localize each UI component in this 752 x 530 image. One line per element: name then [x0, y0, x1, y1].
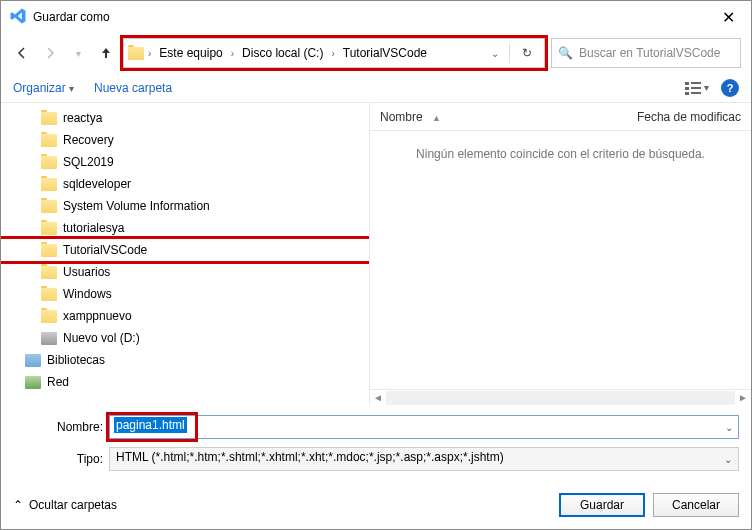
folder-icon: [41, 112, 57, 125]
tree-item-label: Recovery: [63, 133, 114, 147]
vscode-icon: [9, 7, 27, 28]
refresh-button[interactable]: ↻: [514, 46, 540, 60]
folder-tree[interactable]: reactyaRecoverySQL2019sqldeveloperSystem…: [1, 103, 369, 405]
filename-value: pagina1.html: [114, 417, 187, 433]
chevron-up-icon: ⌃: [13, 498, 23, 512]
tree-item[interactable]: Usuarios: [31, 261, 369, 283]
tree-item[interactable]: TutorialVSCode: [1, 239, 369, 261]
tree-item-label: Nuevo vol (D:): [63, 331, 140, 345]
net-icon: [25, 376, 41, 389]
filename-label: Nombre:: [13, 420, 103, 434]
chevron-right-icon: ›: [331, 48, 334, 59]
scroll-left-icon[interactable]: ◄: [370, 392, 386, 403]
tree-item-label: tutorialesya: [63, 221, 124, 235]
save-button[interactable]: Guardar: [559, 493, 645, 517]
tree-item[interactable]: Recovery: [31, 129, 369, 151]
scroll-right-icon[interactable]: ►: [735, 392, 751, 403]
tree-item-label: TutorialVSCode: [63, 243, 147, 257]
nav-row: ▾ › Este equipo › Disco local (C:) › Tut…: [1, 33, 751, 73]
tree-item[interactable]: reactya: [31, 107, 369, 129]
tree-item[interactable]: Windows: [31, 283, 369, 305]
up-button[interactable]: [95, 42, 117, 64]
chevron-right-icon: ›: [148, 48, 151, 59]
folder-icon: [41, 178, 57, 191]
svg-rect-4: [691, 87, 701, 89]
breadcrumb-segment[interactable]: TutorialVSCode: [339, 44, 431, 62]
recent-dropdown[interactable]: ▾: [67, 42, 89, 64]
tree-item[interactable]: xamppnuevo: [31, 305, 369, 327]
chevron-down-icon[interactable]: ⌄: [725, 422, 733, 433]
chevron-down-icon[interactable]: ⌄: [724, 454, 732, 465]
search-input[interactable]: 🔍 Buscar en TutorialVSCode: [551, 38, 741, 68]
view-options-button[interactable]: ▾: [685, 81, 709, 95]
tree-item[interactable]: Bibliotecas: [15, 349, 369, 371]
empty-message: Ningún elemento coincide con el criterio…: [370, 131, 751, 389]
tree-item-label: Bibliotecas: [47, 353, 105, 367]
tree-item-label: Red: [47, 375, 69, 389]
new-folder-button[interactable]: Nueva carpeta: [94, 81, 172, 95]
folder-icon: [41, 244, 57, 257]
filetype-select[interactable]: HTML (*.html;*.htm;*.shtml;*.xhtml;*.xht…: [109, 447, 739, 471]
save-form: Nombre: pagina1.html ⌄ Tipo: HTML (*.htm…: [1, 405, 751, 471]
folder-icon: [41, 266, 57, 279]
separator: [509, 43, 510, 63]
window-title: Guardar como: [33, 10, 714, 24]
search-placeholder: Buscar en TutorialVSCode: [579, 46, 720, 60]
main-area: reactyaRecoverySQL2019sqldeveloperSystem…: [1, 103, 751, 405]
tree-item[interactable]: tutorialesya: [31, 217, 369, 239]
tree-item-label: Usuarios: [63, 265, 110, 279]
cancel-button[interactable]: Cancelar: [653, 493, 739, 517]
column-name[interactable]: Nombre ▲: [380, 110, 637, 124]
svg-rect-5: [691, 92, 701, 94]
column-date[interactable]: Fecha de modificac: [637, 110, 741, 124]
tree-item-label: SQL2019: [63, 155, 114, 169]
tree-item-label: System Volume Information: [63, 199, 210, 213]
tree-item-label: reactya: [63, 111, 102, 125]
address-bar[interactable]: › Este equipo › Disco local (C:) › Tutor…: [123, 38, 545, 68]
tree-item[interactable]: Red: [15, 371, 369, 393]
breadcrumb-segment[interactable]: Este equipo: [155, 44, 226, 62]
filename-input[interactable]: pagina1.html: [109, 415, 739, 439]
close-button[interactable]: ✕: [714, 8, 743, 27]
svg-rect-2: [685, 92, 689, 95]
organize-menu[interactable]: Organizar ▾: [13, 81, 74, 95]
folder-icon: [41, 222, 57, 235]
forward-button[interactable]: [39, 42, 61, 64]
chevron-down-icon: ▾: [704, 82, 709, 93]
breadcrumb-segment[interactable]: Disco local (C:): [238, 44, 327, 62]
lib-icon: [25, 354, 41, 367]
help-button[interactable]: ?: [721, 79, 739, 97]
tree-item[interactable]: sqldeveloper: [31, 173, 369, 195]
svg-rect-1: [685, 87, 689, 90]
footer: ⌃ Ocultar carpetas Guardar Cancelar: [1, 479, 751, 530]
folder-icon: [41, 310, 57, 323]
file-list-pane: Nombre ▲ Fecha de modificac Ningún eleme…: [369, 103, 751, 405]
filetype-label: Tipo:: [13, 452, 103, 466]
tree-item-label: xamppnuevo: [63, 309, 132, 323]
chevron-right-icon: ›: [231, 48, 234, 59]
search-icon: 🔍: [558, 46, 573, 60]
hdd-icon: [41, 332, 57, 345]
svg-rect-3: [691, 82, 701, 84]
scroll-track[interactable]: [386, 391, 735, 405]
folder-icon: [41, 288, 57, 301]
address-dropdown[interactable]: ⌄: [485, 48, 505, 59]
hide-folders-button[interactable]: ⌃ Ocultar carpetas: [13, 498, 117, 512]
title-bar: Guardar como ✕: [1, 1, 751, 33]
tree-item-label: Windows: [63, 287, 112, 301]
chevron-down-icon: ▾: [69, 83, 74, 94]
tree-item[interactable]: SQL2019: [31, 151, 369, 173]
back-button[interactable]: [11, 42, 33, 64]
filetype-value: HTML (*.html;*.htm;*.shtml;*.xhtml;*.xht…: [116, 450, 504, 464]
svg-rect-0: [685, 82, 689, 85]
horizontal-scrollbar[interactable]: ◄ ►: [370, 389, 751, 405]
tree-item-label: sqldeveloper: [63, 177, 131, 191]
folder-icon: [128, 47, 144, 60]
folder-icon: [41, 134, 57, 147]
toolbar: Organizar ▾ Nueva carpeta ▾ ?: [1, 73, 751, 103]
folder-icon: [41, 156, 57, 169]
tree-item[interactable]: System Volume Information: [31, 195, 369, 217]
folder-icon: [41, 200, 57, 213]
file-list-header: Nombre ▲ Fecha de modificac: [370, 103, 751, 131]
tree-item[interactable]: Nuevo vol (D:): [31, 327, 369, 349]
